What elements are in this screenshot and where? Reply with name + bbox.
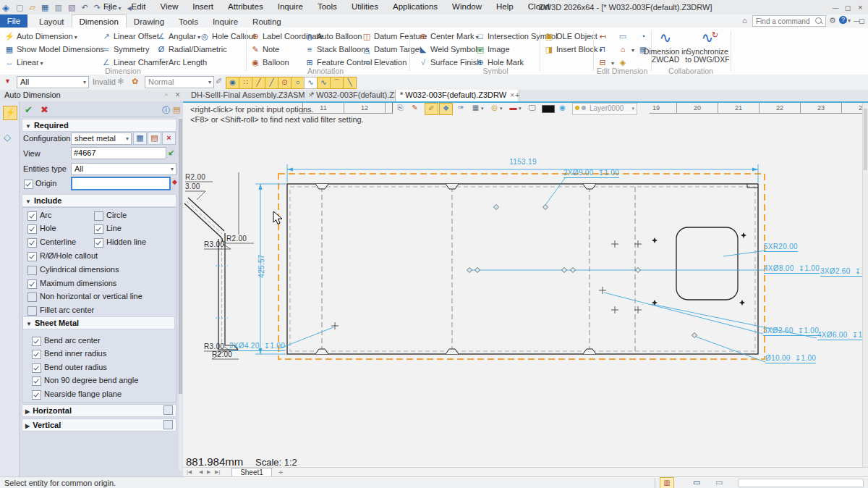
dim-r3-mid[interactable]: R3.00 [204,240,224,248]
window-restore-icon[interactable]: ▢ [843,4,853,12]
dim-5xr20[interactable]: 5XR20.00 [764,243,798,252]
info-icon[interactable]: ⓘ [162,105,170,116]
dim-d10[interactable]: Ø10.00 ↧1.00 [765,354,816,363]
redo-icon[interactable]: ↷ [94,3,101,12]
origin-input[interactable] [71,177,171,190]
sheet-nav-last-icon[interactable]: ▶| [215,469,220,475]
cylindrical-checkbox[interactable] [27,266,37,275]
include-section-header[interactable]: ▼Include [22,194,176,207]
vertical-section-header[interactable]: ▶Vertical [22,418,176,432]
edit-dim-icon-1[interactable]: ↤ [597,30,610,42]
ok-button[interactable]: ✔ [25,104,33,115]
pick-view-icon[interactable]: ↙ [168,148,174,157]
open-file-icon[interactable]: ▱ [29,3,35,12]
linear-offset-button[interactable]: ↗Linear Offset [101,30,159,42]
export-icon[interactable]: ▧ [68,3,75,12]
circle-checkbox[interactable] [94,211,103,221]
tab-dimension[interactable]: Dimension [72,14,127,28]
vertical-option-checkbox[interactable] [163,420,173,429]
style-dropdown[interactable]: Normal▾ [145,76,214,88]
dim-2xd9[interactable]: 2XØ9.00 ↧1.00 [563,169,619,178]
help-icon[interactable]: ? [839,16,847,24]
menu-view[interactable]: View [160,2,178,11]
settings-gear-icon[interactable]: ⚙ [829,16,836,25]
hole-checkbox[interactable] [27,224,37,234]
hole-callout-button[interactable]: ◎Hole Callout [200,30,255,42]
weld-symbol-button[interactable]: ◣Weld Symbol▾ [418,43,482,55]
center-mark-button[interactable]: ⊕Center Mark▾ [418,30,479,42]
snap-midpoint-icon[interactable]: ╱ [265,77,278,89]
menu-edit[interactable]: Edit [132,2,146,11]
tab-tools[interactable]: Tools [171,15,205,28]
dimension-in-zwcad-button[interactable]: Dimension in ZWCAD [642,48,689,64]
tab-layout[interactable]: Layout [32,15,72,28]
maximum-checkbox[interactable] [27,279,37,289]
panel-dock-icon[interactable]: ▫ [165,91,168,98]
help-dropdown-icon[interactable]: ▾ [848,17,851,24]
sheet-nav-first-icon[interactable]: |◀ [187,469,192,475]
menu-inquire[interactable]: Inquire [278,2,303,11]
auto-dimension-button[interactable]: ⚡Auto Dimension▾ [4,30,77,42]
linear-button[interactable]: ↔Linear▾ [4,56,43,68]
regen-view-icon[interactable]: ✿ [132,77,138,86]
snap-curve-icon[interactable]: ∿ [304,77,318,89]
canvas-vscrollbar[interactable] [862,103,868,468]
snap-spline-icon[interactable]: ∿ [317,77,331,89]
horizontal-option-checkbox[interactable] [163,405,173,415]
bend-inner-radius-checkbox[interactable] [32,350,41,359]
non-90-bend-checkbox[interactable] [32,376,41,386]
auto-balloon-button[interactable]: ◎Auto Balloon [305,30,362,42]
find-command-box[interactable] [752,15,826,27]
menu-attributes[interactable]: Attributes [228,2,263,11]
snap-point-icon[interactable]: ∷ [239,77,252,89]
menu-help[interactable]: Help [496,2,514,11]
dim-3xd26-a[interactable]: 3XØ2.60 ↧1.00 [820,267,868,277]
tab-routing[interactable]: Routing [245,15,289,28]
dim-4xd6[interactable]: 4XØ6.00 ↧1.00 [817,331,868,340]
dim-overall-width[interactable]: 1153.19 [498,158,548,166]
window-minimize-icon[interactable]: — [830,4,841,12]
symmetry-button[interactable]: ≍Symmetry [101,43,150,55]
snap-arc-icon[interactable]: ⌒ [330,77,344,89]
dim-r2-mid[interactable]: R2.00 [226,235,247,243]
configuration-dropdown[interactable]: sheet metal▾ [71,132,132,145]
horizontal-section-header[interactable]: ▶Horizontal [22,404,176,417]
origin-checkbox[interactable] [24,180,33,189]
centerline-checkbox[interactable] [27,238,37,248]
line-checkbox[interactable] [94,224,103,234]
add-sheet-button[interactable]: + [278,468,283,476]
panel-close-icon[interactable]: × [175,90,180,100]
pick-point-icon[interactable]: ◆ [172,178,177,185]
snap-all-icon[interactable]: ◉ [226,77,239,89]
rounded-cutout[interactable] [676,227,738,300]
edit-dim-icon-5[interactable]: ⌂▾ [618,43,634,55]
dim-4xd8[interactable]: 4XØ8.00 ↧1.00 [764,264,820,274]
snap-line-icon[interactable]: ╱ [252,77,265,89]
flat-pattern-view[interactable] [287,184,758,354]
bend-outer-radius-checkbox[interactable] [32,363,41,373]
print-icon[interactable]: ▥ [54,3,61,12]
synchronize-icon[interactable]: ∿ [687,29,728,46]
doc-restore-icon[interactable]: ▢ [859,17,864,25]
show-model-dimensions-button[interactable]: ▦Show Model Dimensions [4,43,104,55]
tab-drawing[interactable]: Drawing [127,15,171,28]
snap-tangent-icon[interactable]: ╲ [343,77,357,89]
doc-tab-assembly[interactable]: DH-SellI-Final Assembly.Z3ASM× [187,90,317,101]
selection-box[interactable] [278,174,765,359]
datum-feature-button[interactable]: ◫Datum Feature [362,30,427,42]
nearside-flange-checkbox[interactable] [32,390,41,400]
snap-circle-icon[interactable]: ○ [291,77,305,89]
wand-icon[interactable]: ✐ [216,77,222,86]
doc-minimize-icon[interactable]: — [854,17,859,25]
monitor-icon[interactable]: ▭ [693,478,700,487]
edit-dim-icon-4[interactable]: ⊓ [597,43,610,55]
view-input[interactable] [71,147,166,159]
auto-dimension-tool-icon[interactable]: ⚡ [3,106,17,120]
doc-tab-drawing[interactable]: * W032-003F(default).Z3DRW× [395,90,519,101]
wheel-icon[interactable]: ✻ [117,77,124,86]
undo-icon[interactable]: ↶ [81,3,88,12]
dim-r3-bottom[interactable]: R3.00 [204,342,224,350]
menu-file[interactable]: File [103,2,117,11]
required-section-header[interactable]: ▼Required [22,119,176,132]
rename-config-button[interactable]: ▤ [148,132,161,145]
